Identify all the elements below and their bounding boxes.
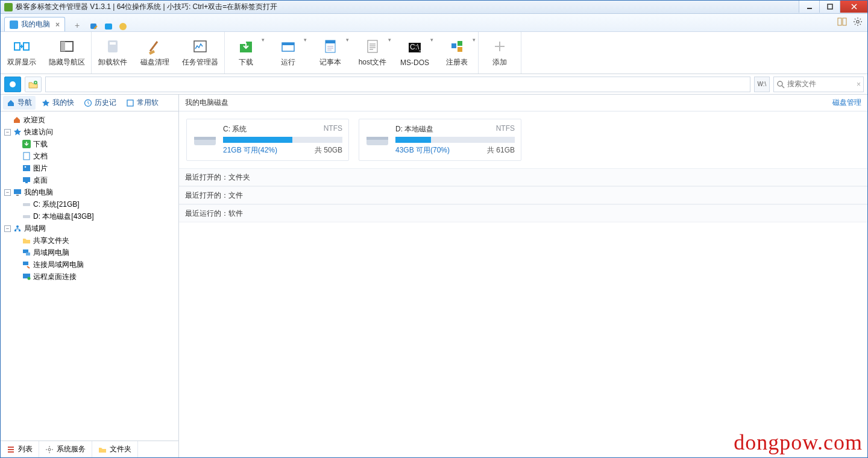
svg-point-48 <box>48 448 51 451</box>
tree-connect-lan[interactable]: 连接局域网电脑 <box>2 259 177 271</box>
disk-card-c[interactable]: C: 系统NTFS 21GB 可用(42%)共 50GB <box>186 119 349 161</box>
svg-rect-22 <box>451 43 456 48</box>
clear-search-icon[interactable]: × <box>857 80 861 89</box>
svg-rect-3 <box>105 24 112 30</box>
bottom-tab-list[interactable]: 列表 <box>1 441 39 457</box>
monitor-icon <box>10 20 18 29</box>
chevron-down-icon[interactable]: ▾ <box>346 37 349 43</box>
svg-rect-6 <box>843 18 846 25</box>
collapse-icon[interactable]: − <box>4 189 11 196</box>
toolbar-icon-2[interactable] <box>104 22 113 31</box>
disk-manage-link[interactable]: 磁盘管理 <box>832 98 861 108</box>
svg-rect-18 <box>326 40 335 43</box>
svg-rect-1 <box>828 4 832 9</box>
tree-desktop[interactable]: 桌面 <box>2 174 177 186</box>
chevron-down-icon[interactable]: ▾ <box>262 37 265 43</box>
collapse-icon[interactable]: − <box>4 129 11 136</box>
uninstall-icon <box>104 38 121 55</box>
add-button[interactable]: 添加 <box>479 32 521 74</box>
sidebar-tab-history[interactable]: 历史记 <box>80 96 120 110</box>
maximize-button[interactable] <box>819 1 840 13</box>
run-button[interactable]: ▾ 运行 <box>267 32 309 74</box>
settings-icon[interactable] <box>853 17 863 27</box>
tree-shared[interactable]: 共享文件夹 <box>2 234 177 246</box>
task-manager-button[interactable]: 任务管理器 <box>176 32 224 74</box>
collapse-icon[interactable]: − <box>4 225 11 232</box>
tree-lan[interactable]: −局域网 <box>2 222 177 234</box>
svg-rect-35 <box>25 182 28 183</box>
download-icon <box>237 38 254 55</box>
svg-rect-5 <box>838 18 841 25</box>
new-folder-button[interactable] <box>25 77 42 92</box>
hide-nav-button[interactable]: 隐藏导航区 <box>43 32 91 74</box>
hide-nav-icon <box>58 38 75 55</box>
msdos-button[interactable]: ▾ C:\_ MS-DOS <box>394 32 436 74</box>
tree-remote[interactable]: 远程桌面连接 <box>2 271 177 283</box>
search-icon <box>776 80 785 89</box>
uninstall-button[interactable]: 卸载软件 <box>92 32 134 74</box>
address-drive-tag[interactable]: W:\ <box>754 77 770 92</box>
sidebar-tab-nav[interactable]: 导航 <box>3 96 36 110</box>
search-box[interactable]: 搜索文件 × <box>773 77 864 92</box>
tree-documents[interactable]: 文档 <box>2 150 177 162</box>
dual-screen-button[interactable]: 双屏显示 <box>1 32 43 74</box>
network-icon <box>13 224 22 233</box>
sidebar-tab-fav[interactable]: 我的快 <box>38 96 78 110</box>
chevron-down-icon[interactable]: ▾ <box>388 37 391 43</box>
tree-downloads[interactable]: 下载 <box>2 138 177 150</box>
sidebar-tabs: 导航 我的快 历史记 常用软 <box>1 95 178 111</box>
disk-card-d[interactable]: D: 本地磁盘NTFS 43GB 可用(70%)共 61GB <box>359 119 521 161</box>
layout-icon[interactable] <box>837 17 847 27</box>
svg-rect-9 <box>24 43 29 50</box>
home-icon <box>7 99 15 107</box>
address-bar: W:\ 搜索文件 × <box>1 74 867 95</box>
hostfile-button[interactable]: ▾ host文件 <box>351 32 394 74</box>
svg-point-33 <box>25 166 27 168</box>
tree-mypc[interactable]: −我的电脑 <box>2 186 177 198</box>
hdd-icon <box>22 212 31 221</box>
tree-welcome[interactable]: 欢迎页 <box>2 114 177 126</box>
registry-button[interactable]: ▾ 注册表 <box>436 32 478 74</box>
tree-drive-d[interactable]: D: 本地磁盘[43GB] <box>2 210 177 222</box>
tree-pictures[interactable]: 图片 <box>2 162 177 174</box>
section-recent-run[interactable]: 最近运行的：软件 <box>179 204 867 222</box>
folder-icon <box>22 236 31 245</box>
folder-icon <box>98 445 107 454</box>
tab-mypc[interactable]: 我的电脑 × <box>4 17 65 31</box>
tab-close-icon[interactable]: × <box>55 20 60 29</box>
notepad-button[interactable]: ▾ 记事本 <box>309 32 351 74</box>
new-tab-button[interactable]: + <box>71 19 83 31</box>
toolbar-icon-1[interactable] <box>89 22 99 31</box>
sidebar-tab-common[interactable]: 常用软 <box>122 96 162 110</box>
toolbar-icon-3[interactable] <box>118 22 128 31</box>
clock-icon <box>84 99 92 107</box>
star-icon <box>42 99 50 107</box>
close-button[interactable] <box>840 1 867 13</box>
svg-rect-14 <box>194 41 206 52</box>
tree-drive-c[interactable]: C: 系统[21GB] <box>2 198 177 210</box>
section-recent-files[interactable]: 最近打开的：文件 <box>179 186 867 204</box>
plus-icon <box>491 38 508 55</box>
disk-list: C: 系统NTFS 21GB 可用(42%)共 50GB D: 本地磁盘NTFS… <box>179 111 867 168</box>
section-recent-folders[interactable]: 最近打开的：文件夹 <box>179 168 867 186</box>
svg-rect-0 <box>807 8 812 9</box>
svg-point-25 <box>10 81 16 87</box>
usage-bar <box>395 137 515 143</box>
svg-point-40 <box>16 225 19 228</box>
chevron-down-icon[interactable]: ▾ <box>430 37 433 43</box>
minimize-button[interactable] <box>799 1 819 13</box>
svg-rect-34 <box>23 177 30 182</box>
tree-lan-pc[interactable]: 局域网电脑 <box>2 246 177 259</box>
titlebar: 极客多标签文件管理器 V1.3.1 | 64位操作系统 | 小技巧: Ctrl+… <box>1 1 867 14</box>
tree-quick-access[interactable]: −快速访问 <box>2 126 177 138</box>
svg-rect-38 <box>23 203 30 206</box>
chevron-down-icon[interactable]: ▾ <box>304 37 307 43</box>
pc-network-icon <box>22 248 31 257</box>
chevron-down-icon[interactable]: ▾ <box>473 37 476 43</box>
bottom-tab-services[interactable]: 系统服务 <box>39 441 92 457</box>
disk-clean-button[interactable]: 磁盘清理 <box>134 32 176 74</box>
address-input[interactable] <box>45 77 750 92</box>
download-button[interactable]: ▾ 下载 <box>225 32 267 74</box>
bottom-tab-folder[interactable]: 文件夹 <box>92 441 138 457</box>
nav-home-button[interactable] <box>4 77 21 92</box>
